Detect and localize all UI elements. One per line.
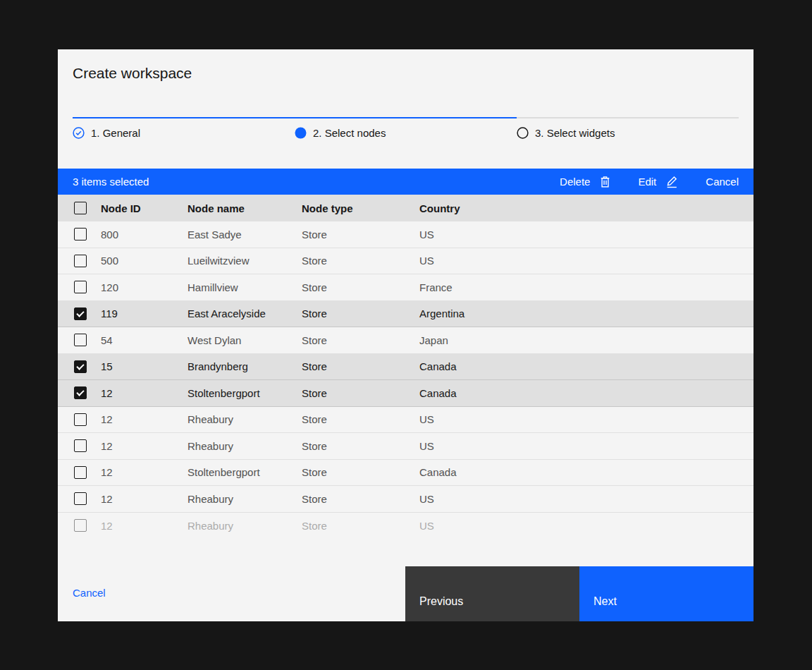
table-row[interactable]: 12 Stoltenbergport Store Canada	[58, 380, 753, 407]
row-checkbox[interactable]	[74, 255, 87, 267]
items-selected-count: 3 items selected	[73, 176, 149, 188]
cell-country: US	[419, 440, 739, 452]
cell-node-id: 120	[101, 281, 187, 293]
modal-footer: Cancel Previous Next	[58, 566, 753, 621]
batch-action-bar: 3 items selected Delete Edit	[58, 169, 753, 195]
cell-node-id: 12	[101, 413, 187, 425]
cell-node-type: Store	[302, 520, 419, 532]
progress-step-select-nodes[interactable]: 2. Select nodes	[295, 117, 517, 139]
table-header-row: Node ID Node name Node type Country	[58, 195, 753, 221]
batch-actions: Delete Edit Cancel	[560, 176, 739, 188]
batch-cancel-label: Cancel	[706, 176, 739, 188]
cell-node-name: Hamillview	[187, 281, 302, 293]
cell-country: Canada	[419, 466, 739, 478]
cell-node-id: 12	[101, 520, 187, 532]
edit-button[interactable]: Edit	[638, 176, 679, 188]
cell-node-name: Rheabury	[187, 520, 302, 532]
row-checkbox[interactable]	[74, 307, 87, 320]
cell-country: US	[419, 413, 739, 425]
cell-node-type: Store	[302, 281, 419, 293]
cell-node-type: Store	[302, 307, 419, 319]
row-checkbox[interactable]	[74, 519, 87, 532]
table-row[interactable]: 119 East Aracelyside Store Argentina	[58, 301, 753, 328]
cell-node-type: Store	[302, 229, 419, 240]
table-row[interactable]: 15 Brandynberg Store Canada	[58, 354, 753, 381]
cell-node-type: Store	[302, 255, 419, 267]
edit-icon	[665, 176, 679, 188]
row-checkbox[interactable]	[74, 281, 87, 293]
cell-node-id: 12	[101, 387, 187, 399]
table-row[interactable]: 12 Stoltenbergport Store Canada	[58, 460, 753, 487]
cell-node-id: 12	[101, 440, 187, 452]
cell-node-type: Store	[302, 334, 419, 346]
checkmark-circle-icon	[73, 127, 85, 139]
progress-step-label: 1. General	[91, 127, 140, 139]
table-row[interactable]: 12 Rheabury Store US	[58, 407, 753, 434]
cell-node-id: 54	[101, 334, 187, 346]
cell-node-type: Store	[302, 387, 419, 399]
cell-node-name: Rheabury	[187, 413, 302, 425]
cell-node-name: Stoltenbergport	[187, 387, 302, 399]
table-row[interactable]: 12 Rheabury Store US	[58, 433, 753, 460]
cell-node-id: 12	[101, 493, 187, 505]
row-checkbox[interactable]	[74, 228, 87, 240]
nodes-table: Node ID Node name Node type Country 800 …	[58, 195, 753, 539]
footer-cancel-link[interactable]: Cancel	[73, 587, 106, 599]
cell-country: France	[419, 281, 739, 293]
cell-node-id: 12	[101, 466, 187, 478]
table-row[interactable]: 12 Rheabury Store US	[58, 513, 753, 540]
row-checkbox[interactable]	[74, 360, 87, 373]
progress-step-label: 3. Select widgets	[535, 127, 615, 139]
cell-node-name: East Aracelyside	[187, 307, 302, 319]
column-header-node-id: Node ID	[101, 202, 187, 214]
cell-country: Canada	[419, 360, 739, 372]
progress-indicator: 1. General 2. Select nodes 3. Select wid…	[73, 117, 739, 139]
column-header-node-name: Node name	[187, 202, 302, 214]
circle-icon	[517, 127, 529, 139]
progress-step-label: 2. Select nodes	[313, 127, 386, 139]
column-header-node-type: Node type	[302, 202, 419, 214]
cell-node-id: 15	[101, 360, 187, 372]
progress-step-select-widgets[interactable]: 3. Select widgets	[517, 117, 739, 139]
row-checkbox[interactable]	[74, 492, 87, 505]
cell-node-name: Brandynberg	[187, 360, 302, 372]
cell-country: Argentina	[419, 307, 739, 319]
cell-node-name: Rheabury	[187, 440, 302, 452]
cell-node-id: 500	[101, 255, 187, 267]
cell-country: Japan	[419, 334, 739, 346]
delete-button-label: Delete	[560, 176, 590, 188]
row-checkbox[interactable]	[74, 466, 87, 479]
cell-node-type: Store	[302, 466, 419, 478]
progress-step-general[interactable]: 1. General	[73, 117, 295, 139]
cell-node-type: Store	[302, 413, 419, 425]
table-row[interactable]: 54 West Dylan Store Japan	[58, 327, 753, 354]
select-all-checkbox[interactable]	[74, 202, 87, 214]
delete-button[interactable]: Delete	[560, 176, 611, 188]
batch-cancel-button[interactable]: Cancel	[706, 176, 739, 188]
previous-button[interactable]: Previous	[405, 566, 579, 621]
cell-country: US	[419, 255, 739, 267]
cell-node-name: East Sadye	[187, 229, 302, 240]
row-checkbox[interactable]	[74, 439, 87, 452]
row-checkbox[interactable]	[74, 413, 87, 426]
edit-button-label: Edit	[638, 176, 656, 188]
cell-country: US	[419, 520, 739, 532]
cell-node-id: 119	[101, 307, 187, 319]
row-checkbox[interactable]	[74, 334, 87, 346]
cell-node-name: West Dylan	[187, 334, 302, 346]
create-workspace-modal: Create workspace 1. General 2. Select no…	[58, 49, 753, 621]
cell-node-type: Store	[302, 360, 419, 372]
next-button[interactable]: Next	[579, 566, 753, 621]
table-row[interactable]: 800 East Sadye Store US	[58, 221, 753, 248]
cell-country: Canada	[419, 387, 739, 399]
table-row[interactable]: 500 Lueilwitzview Store US	[58, 248, 753, 275]
row-checkbox[interactable]	[74, 386, 87, 399]
table-body: 800 East Sadye Store US 500 Lueilwitzvie…	[58, 221, 753, 539]
cell-country: US	[419, 229, 739, 240]
table-row[interactable]: 12 Rheabury Store US	[58, 486, 753, 513]
modal-title: Create workspace	[73, 65, 192, 82]
column-header-country: Country	[419, 202, 739, 214]
table-row[interactable]: 120 Hamillview Store France	[58, 274, 753, 301]
cell-node-id: 800	[101, 229, 187, 240]
cell-node-name: Rheabury	[187, 493, 302, 505]
